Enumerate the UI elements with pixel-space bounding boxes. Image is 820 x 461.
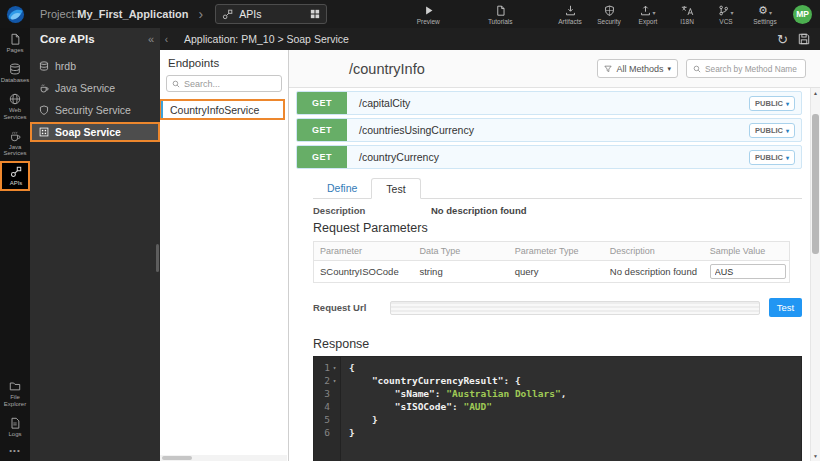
endpoint-body: GET /capitalCity PUBLIC ▾ GET /countries…	[289, 88, 820, 461]
vcs-button[interactable]: ▾ VCS	[711, 4, 741, 25]
access-level-dropdown[interactable]: PUBLIC ▾	[749, 150, 795, 165]
tutorials-button[interactable]: Tutorials	[485, 4, 515, 25]
sidebar-item-java-services[interactable]: Java Services	[0, 125, 30, 162]
preview-button[interactable]: Preview	[413, 4, 443, 25]
refresh-icon[interactable]: ↻	[777, 33, 788, 46]
app-logo[interactable]	[0, 0, 30, 28]
core-api-item-security-service[interactable]: Security Service	[30, 100, 160, 120]
endpoint-path: /countriesUsingCurrency	[359, 124, 474, 136]
application-header-bar: ‹ Application: PM_10 > Soap Service ↻	[160, 28, 820, 50]
caret-down-icon: ▾	[730, 9, 733, 16]
more-options-ellipsis-icon[interactable]: •••	[0, 442, 30, 461]
core-apis-panel: Core APIs « hrdb Java Service Security S…	[30, 28, 160, 461]
sidebar-item-file-explorer[interactable]: File Explorer	[0, 375, 30, 412]
code-line: "sName": "Australian Dollars",	[349, 387, 801, 400]
scroll-up-icon[interactable]: ▲	[811, 88, 820, 98]
export-button[interactable]: ▾ Export	[633, 4, 663, 25]
upload-icon	[640, 5, 651, 16]
filter-icon	[604, 65, 612, 73]
caret-down-icon: ▾	[786, 154, 789, 161]
open-tab-apis[interactable]: APIs	[215, 4, 327, 24]
access-level-dropdown[interactable]: PUBLIC ▾	[749, 123, 795, 138]
request-url-input[interactable]	[390, 301, 760, 315]
table-header-row: Parameter Data Type Parameter Type Descr…	[314, 242, 790, 261]
core-api-item-java-service[interactable]: Java Service	[30, 78, 160, 98]
chevron-right-icon: ›	[199, 7, 204, 21]
core-api-item-hrdb[interactable]: hrdb	[30, 56, 160, 76]
fold-icon[interactable]: ▾	[331, 361, 338, 374]
table-row: SCountryISOCode string query No descript…	[314, 261, 790, 283]
settings-button[interactable]: ⚙ ▾ Settings	[750, 4, 780, 25]
application-breadcrumb: Application: PM_10 > Soap Service	[184, 33, 349, 45]
sidebar-item-web-services[interactable]: Web Services	[0, 88, 30, 125]
fold-icon[interactable]: ▾	[331, 374, 338, 387]
scrollbar-thumb[interactable]	[162, 456, 192, 460]
branch-icon	[718, 5, 729, 16]
api-icon	[10, 166, 22, 178]
endpoint-path: /capitalCity	[359, 97, 410, 109]
response-title: Response	[313, 337, 820, 351]
collapse-panel-icon[interactable]: «	[148, 33, 154, 45]
api-icon	[222, 9, 233, 20]
collapse-endpoints-icon[interactable]: ‹	[160, 34, 173, 45]
methods-filter-dropdown[interactable]: All Methods ▾	[597, 59, 678, 78]
database-icon	[39, 61, 49, 71]
description-value: No description found	[431, 205, 527, 216]
endpoint-item-countryinfoservice[interactable]: CountryInfoService	[160, 100, 284, 119]
description-row: Description No description found	[313, 205, 802, 216]
endpoints-search-input[interactable]	[184, 79, 276, 89]
code-line: }	[349, 413, 801, 426]
http-method-badge: GET	[297, 146, 347, 168]
main-content: /countryInfo All Methods ▾ GET /capitalC…	[289, 50, 820, 461]
sidebar-item-apis[interactable]: APIs	[0, 161, 30, 191]
pages-icon	[9, 33, 21, 45]
endpoint-path: /countryCurrency	[359, 151, 439, 163]
description-label: Description	[313, 205, 431, 216]
method-search-box	[686, 59, 806, 78]
response-code-editor[interactable]: 1▾ 2▾ 3 4 5 6 { "countryCurrencyResult":…	[313, 356, 802, 461]
user-avatar[interactable]: MP	[793, 5, 812, 24]
sample-value-input[interactable]	[710, 264, 786, 279]
left-navigation-rail: Pages Databases Web Services Java Servic…	[0, 28, 30, 461]
test-button[interactable]: Test	[769, 298, 802, 317]
endpoints-horizontal-scrollbar[interactable]	[160, 455, 287, 461]
core-api-item-soap-service[interactable]: Soap Service	[30, 122, 160, 142]
http-method-badge: GET	[297, 92, 347, 114]
scrollbar-thumb[interactable]	[812, 114, 819, 254]
column-parameter-type: Parameter Type	[509, 242, 604, 261]
tab-define[interactable]: Define	[313, 178, 371, 198]
caret-down-icon: ▾	[652, 9, 655, 16]
coffee-icon	[9, 130, 21, 142]
project-label[interactable]: Project:My_First_Application	[40, 8, 189, 20]
sidebar-item-databases[interactable]: Databases	[0, 58, 30, 88]
tab-label: APIs	[239, 8, 304, 20]
access-level-dropdown[interactable]: PUBLIC ▾	[749, 96, 795, 111]
tab-test[interactable]: Test	[371, 178, 420, 199]
grid-icon[interactable]	[310, 9, 320, 19]
gutter-line: 5	[314, 413, 338, 426]
cell-parameter: SCountryISOCode	[314, 261, 414, 283]
main-vertical-scrollbar[interactable]: ▲ ▼	[810, 88, 820, 461]
caret-down-icon: ▾	[786, 100, 789, 107]
panel-scrollbar-thumb[interactable]	[156, 244, 159, 272]
caret-down-icon: ▾	[786, 127, 789, 134]
save-icon[interactable]	[798, 33, 810, 45]
scroll-down-icon[interactable]: ▼	[811, 451, 820, 461]
security-button[interactable]: Security	[594, 4, 624, 25]
sidebar-item-logs[interactable]: Logs	[0, 412, 30, 442]
sidebar-item-pages[interactable]: Pages	[0, 28, 30, 58]
artifacts-button[interactable]: Artifacts	[555, 4, 585, 25]
gear-icon: ⚙	[758, 5, 768, 16]
document-icon	[495, 5, 506, 16]
endpoint-row-countriesusingcurrency[interactable]: GET /countriesUsingCurrency PUBLIC ▾	[296, 118, 802, 142]
method-search-input[interactable]	[705, 64, 799, 74]
endpoints-title: Endpoints	[160, 50, 288, 75]
code-line: {	[349, 361, 801, 374]
endpoint-row-countrycurrency[interactable]: GET /countryCurrency PUBLIC ▾	[296, 145, 802, 169]
gutter-line: 2▾	[314, 374, 338, 387]
editor-code: { "countryCurrencyResult": { "sName": "A…	[341, 357, 801, 461]
top-bar: Project:My_First_Application › APIs Prev…	[0, 0, 820, 28]
i18n-button[interactable]: I18N	[672, 4, 702, 25]
rail-spacer	[0, 191, 30, 375]
endpoint-row-capitalcity[interactable]: GET /capitalCity PUBLIC ▾	[296, 91, 802, 115]
